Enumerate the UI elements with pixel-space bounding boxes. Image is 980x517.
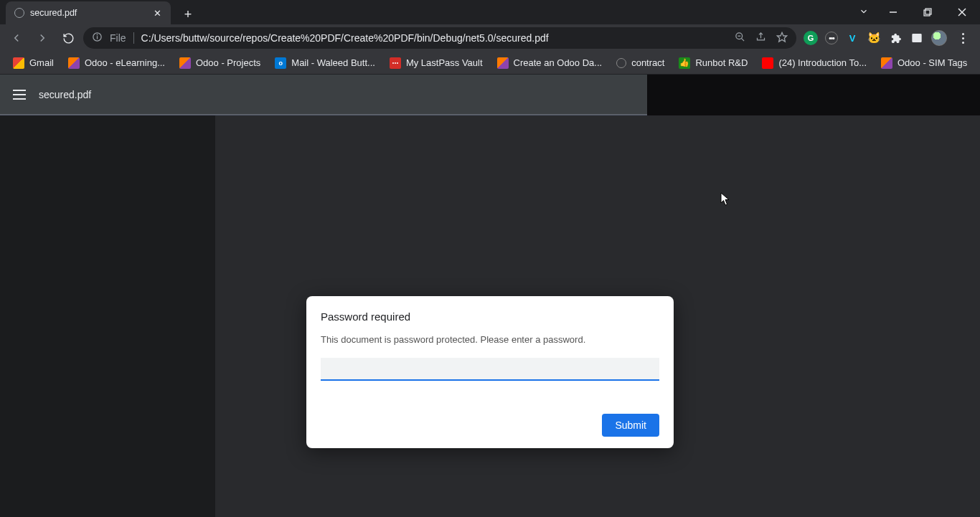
browser-tab[interactable]: secured.pdf ✕ [6,1,171,24]
bookmark-label: Odoo - SIM Tags [897,57,967,68]
tab-title: secured.pdf [30,8,146,18]
chrome-menu-button[interactable] [954,33,971,44]
toolbar: File C:/Users/buttw/source/repos/Create%… [0,24,980,52]
svg-marker-12 [777,32,786,42]
bookmark-label: Gmail [29,57,54,68]
tab-search-chevron-icon[interactable] [855,3,872,20]
minimize-button[interactable] [880,3,907,22]
forward-button[interactable] [32,27,53,49]
bookmark-gmail[interactable]: Gmail [7,55,60,71]
bookmarks-bar: Gmail Odoo - eLearning... Odoo - Project… [0,52,980,75]
runbot-icon: 👍 [679,57,690,69]
password-input[interactable] [321,358,659,381]
addr-right-icons [735,32,788,45]
gmail-icon [13,57,24,69]
bookmark-odoo-elearning[interactable]: Odoo - eLearning... [62,55,171,71]
sidepanel-icon[interactable] [910,31,924,45]
odoo-icon [881,57,892,69]
bookmark-label: Odoo - Projects [196,57,260,68]
bookmark-label: Create an Odoo Da... [514,57,603,68]
share-icon[interactable] [755,32,766,44]
bookmark-label: contract [631,57,664,68]
svg-line-9 [741,38,744,41]
bookmark-label: Runbot R&D [695,57,748,68]
youtube-icon [762,57,773,69]
generic-favicon-icon [616,58,626,68]
password-dialog: Password required This document is passw… [306,296,674,448]
zoom-icon[interactable] [735,32,745,44]
bookmark-contract[interactable]: contract [611,55,670,70]
window-controls [855,3,976,22]
dialog-actions: Submit [321,414,659,437]
profile-avatar[interactable] [931,30,947,46]
hamburger-menu-icon[interactable] [13,90,26,100]
odoo-icon [68,57,80,69]
dialog-message: This document is password protected. Ple… [321,334,659,345]
bookmark-outlook[interactable]: o Mail - Waleed Butt... [269,55,381,71]
new-tab-button[interactable]: + [178,4,198,24]
dialog-title: Password required [321,310,659,323]
close-window-button[interactable] [948,3,976,22]
bookmark-label: My LastPass Vault [406,57,483,68]
odoo-icon [497,57,509,69]
odoo-icon [179,57,191,69]
back-button[interactable] [6,27,27,49]
bookmark-label: Mail - Waleed Butt... [291,57,375,68]
extension-icon-2[interactable]: ••• [825,32,838,44]
outlook-icon: o [275,57,286,69]
lastpass-icon [390,57,401,69]
tab-favicon [14,8,24,18]
bookmark-label: (24) Introduction To... [778,57,867,68]
grammarly-extension-icon[interactable]: G [804,31,818,45]
document-title: secured.pdf [39,89,91,100]
vimeo-extension-icon[interactable]: V [845,31,859,45]
bookmarks-overflow-button[interactable]: » [976,56,980,70]
bookmark-odoo-create[interactable]: Create an Odoo Da... [491,55,608,71]
maximize-button[interactable] [914,3,941,22]
viewer-toolbar: secured.pdf [0,75,647,115]
bookmark-label: Odoo - eLearning... [85,57,165,68]
viewer-sidebar [0,115,215,517]
address-bar[interactable]: File C:/Users/buttw/source/repos/Create%… [83,27,796,49]
svg-point-7 [97,34,98,35]
submit-button[interactable]: Submit [602,414,659,437]
svg-rect-2 [925,9,931,14]
tab-strip: secured.pdf ✕ + [0,0,980,24]
bookmark-odoo-projects[interactable]: Odoo - Projects [174,55,266,71]
svg-rect-1 [924,10,930,16]
url-text: C:/Users/buttw/source/repos/Create%20PDF… [141,32,727,44]
extensions-puzzle-icon[interactable] [888,31,903,45]
extension-icons: G ••• V 🐱 [801,30,974,46]
pdf-viewer: secured.pdf Password required This docum… [0,75,980,517]
bookmark-odoo-simtags[interactable]: Odoo - SIM Tags [875,55,973,71]
site-info-icon[interactable] [92,32,103,44]
svg-rect-13 [913,34,921,42]
extension-icon-4[interactable]: 🐱 [867,31,881,45]
bookmark-lastpass[interactable]: My LastPass Vault [384,55,489,71]
bookmark-star-icon[interactable] [776,32,788,45]
bookmark-youtube[interactable]: (24) Introduction To... [756,55,872,71]
bookmark-runbot[interactable]: 👍 Runbot R&D [673,55,753,71]
url-scheme: File [110,32,134,44]
close-tab-icon[interactable]: ✕ [152,8,162,18]
reload-button[interactable] [57,27,79,49]
